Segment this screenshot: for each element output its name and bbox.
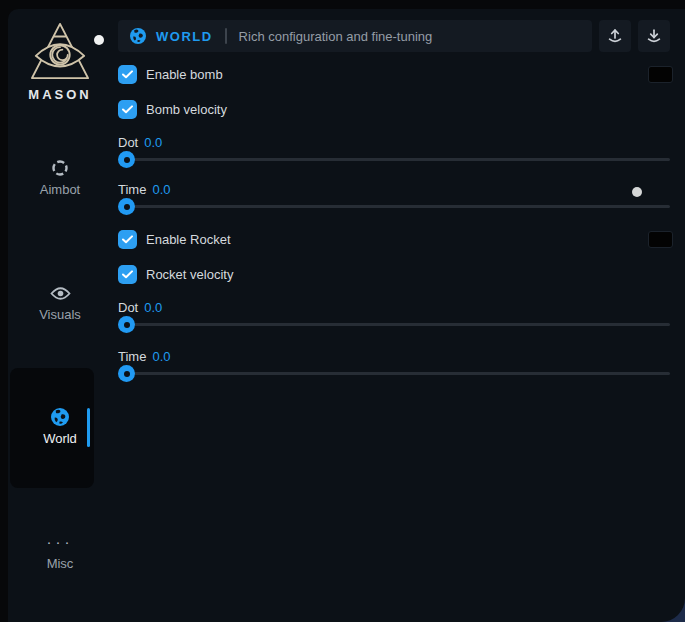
mason-eye-logo-icon — [27, 67, 93, 84]
menu-panel: MASON Aimbot Visuals — [8, 9, 685, 622]
header-bar: WORLD Rich configuration and fine-tuning — [118, 20, 592, 52]
checkbox-row-rocket-velocity: Rocket velocity — [118, 264, 670, 284]
checkbox-row-bomb-velocity: Bomb velocity — [118, 99, 670, 119]
slider-value: 0.0 — [152, 182, 170, 197]
slider-thumb[interactable] — [118, 316, 135, 333]
slider-value: 0.0 — [144, 135, 162, 150]
cursor-dot — [94, 35, 104, 45]
page-title: WORLD — [156, 29, 213, 44]
sidebar-item-misc[interactable]: ··· Misc — [8, 533, 112, 571]
eye-icon — [50, 284, 71, 302]
sidebar-item-label: Visuals — [39, 307, 81, 322]
checkbox-bomb-velocity[interactable] — [118, 100, 137, 119]
cursor-dot — [632, 187, 642, 197]
checkbox-label: Enable Rocket — [146, 232, 231, 247]
checkbox-enable-rocket[interactable] — [118, 230, 137, 249]
checkbox-row-enable-rocket: Enable Rocket — [118, 229, 670, 249]
slider-thumb[interactable] — [118, 198, 135, 215]
globe-icon — [130, 28, 146, 44]
slider-label: Dot — [118, 300, 138, 315]
logo-text: MASON — [8, 87, 112, 102]
slider-track[interactable] — [119, 158, 670, 161]
slider-thumb[interactable] — [118, 365, 135, 382]
slider-group-rocket-time: Time 0.0 — [118, 347, 670, 382]
rocket-color-swatch[interactable] — [648, 231, 673, 248]
mason-menu-window: MASON Aimbot Visuals — [0, 0, 685, 622]
bomb-color-swatch[interactable] — [648, 66, 673, 83]
slider-thumb-hole — [124, 322, 130, 328]
checkbox-row-enable-bomb: Enable bomb — [118, 64, 670, 84]
slider-label-row: Dot 0.0 — [118, 298, 670, 316]
slider-group-rocket-dot: Dot 0.0 — [118, 298, 670, 333]
download-config-button[interactable] — [638, 20, 670, 52]
slider-track[interactable] — [119, 323, 670, 326]
upload-icon — [606, 27, 624, 45]
slider-rocket-dot[interactable] — [118, 316, 670, 333]
slider-label: Dot — [118, 135, 138, 150]
page-subtitle: Rich configuration and fine-tuning — [239, 29, 433, 44]
checkbox-label: Bomb velocity — [146, 102, 227, 117]
slider-label-row: Time 0.0 — [118, 180, 670, 198]
slider-thumb-hole — [124, 371, 130, 377]
slider-thumb-hole — [124, 204, 130, 210]
slider-group-bomb-dot: Dot 0.0 — [118, 133, 670, 168]
logo: MASON — [8, 21, 112, 102]
slider-thumb-hole — [124, 157, 130, 163]
slider-rocket-time[interactable] — [118, 365, 670, 382]
sidebar-item-label: Misc — [47, 556, 74, 571]
crosshair-icon — [51, 159, 69, 177]
slider-bomb-dot[interactable] — [118, 151, 670, 168]
slider-label: Time — [118, 349, 146, 364]
header: WORLD Rich configuration and fine-tuning — [118, 20, 670, 52]
sidebar: MASON Aimbot Visuals — [8, 9, 112, 622]
sidebar-item-aimbot[interactable]: Aimbot — [8, 159, 112, 197]
sidebar-item-world[interactable]: World — [8, 408, 112, 446]
slider-label-row: Dot 0.0 — [118, 133, 670, 151]
checkbox-enable-bomb[interactable] — [118, 65, 137, 84]
main-content: WORLD Rich configuration and fine-tuning — [118, 9, 670, 382]
slider-value: 0.0 — [152, 349, 170, 364]
checkbox-label: Enable bomb — [146, 67, 223, 82]
slider-value: 0.0 — [144, 300, 162, 315]
header-divider — [225, 28, 227, 44]
download-icon — [645, 27, 663, 45]
checkbox-label: Rocket velocity — [146, 267, 233, 282]
sidebar-item-label: Aimbot — [40, 182, 80, 197]
slider-group-bomb-time: Time 0.0 — [118, 180, 670, 215]
upload-config-button[interactable] — [599, 20, 631, 52]
slider-bomb-time[interactable] — [118, 198, 670, 215]
globe-icon — [51, 408, 69, 426]
slider-label-row: Time 0.0 — [118, 347, 670, 365]
slider-track[interactable] — [119, 372, 670, 375]
slider-track[interactable] — [119, 205, 670, 208]
slider-label: Time — [118, 182, 146, 197]
checkbox-rocket-velocity[interactable] — [118, 265, 137, 284]
sidebar-item-label: World — [43, 431, 77, 446]
ellipsis-icon: ··· — [47, 533, 74, 551]
sidebar-item-visuals[interactable]: Visuals — [8, 284, 112, 322]
slider-thumb[interactable] — [118, 151, 135, 168]
